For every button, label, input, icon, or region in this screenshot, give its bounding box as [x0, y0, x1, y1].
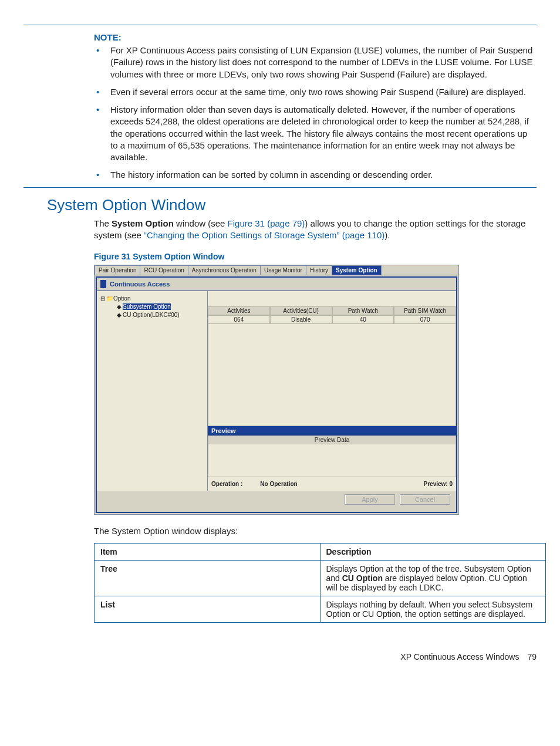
tab-system-option[interactable]: System Option	[332, 265, 382, 275]
button-bar: Apply Cancel	[97, 491, 456, 512]
panel-title: Continuous Access	[110, 281, 170, 288]
text: window (see	[174, 218, 228, 228]
col-path-sim-watch[interactable]: Path SIM Watch	[394, 306, 456, 315]
system-option-window: Pair Operation RCU Operation Asynchronou…	[94, 265, 459, 515]
th-item: Item	[95, 544, 321, 561]
table-row: Tree Displays Option at the top of the t…	[95, 561, 546, 596]
text: The	[94, 218, 112, 228]
tab-pair-operation[interactable]: Pair Operation	[95, 265, 140, 275]
operation-label: Operation :	[211, 481, 242, 487]
section-paragraph: The System Option window (see Figure 31 …	[94, 218, 537, 242]
table-row: List Displays nothing by default. When y…	[95, 596, 546, 623]
tree-child-cuoption[interactable]: ◆CU Option(LDKC#00)	[99, 311, 205, 319]
col-activities-cu[interactable]: Activities(CU)	[270, 306, 332, 315]
cell-path-sim-watch: 070	[394, 315, 456, 324]
apply-button[interactable]: Apply	[345, 494, 395, 505]
tab-async-operation[interactable]: Asynchronous Operation	[188, 265, 261, 275]
td-desc: Displays Option at the top of the tree. …	[320, 561, 546, 596]
note-bullet: Even if several errors occur at the same…	[94, 86, 537, 98]
page: NOTE: For XP Continuous Access pairs con…	[0, 0, 560, 634]
list-filler	[208, 324, 456, 426]
preview-count: Preview: 0	[424, 481, 453, 487]
tab-bar: Pair Operation RCU Operation Asynchronou…	[95, 265, 458, 275]
list-table: Activities Activities(CU) Path Watch Pat…	[208, 306, 456, 324]
note-bullet: History information older than seven day…	[94, 104, 537, 163]
section-heading: System Option Window	[47, 196, 537, 214]
workarea: ⊟📁Option ◆Subsystem Option ◆CU Option(LD…	[97, 291, 456, 491]
text: ).	[384, 230, 390, 240]
cell-activities: 064	[208, 315, 270, 324]
app-inner: Continuous Access ⊟📁Option ◆Subsystem Op…	[96, 276, 457, 513]
folder-icon: 📁	[106, 295, 113, 303]
tree-root[interactable]: ⊟📁Option	[99, 295, 205, 303]
preview-data-header: Preview Data	[208, 436, 456, 444]
description-table: Item Description Tree Displays Option at…	[94, 543, 546, 623]
page-footer: XP Continuous Access Windows 79	[0, 634, 560, 667]
tree-root-label: Option	[113, 295, 130, 302]
text-bold: CU Option	[342, 573, 383, 583]
note-block: NOTE: For XP Continuous Access pairs con…	[94, 32, 537, 181]
header-marker-icon	[100, 280, 106, 288]
option-icon: ◆	[116, 311, 123, 319]
tab-rcu-operation[interactable]: RCU Operation	[140, 265, 188, 275]
tree-pane: ⊟📁Option ◆Subsystem Option ◆CU Option(LD…	[97, 291, 208, 491]
figure-caption: Figure 31 System Option Window	[94, 252, 537, 261]
link-xref[interactable]: “Changing the Option Settings of Storage…	[144, 230, 384, 240]
th-description: Description	[320, 544, 546, 561]
tree-child-label: CU Option(LDKC#00)	[123, 312, 180, 318]
cancel-button[interactable]: Cancel	[400, 494, 450, 505]
note-label: NOTE:	[94, 32, 537, 42]
col-path-watch[interactable]: Path Watch	[332, 306, 394, 315]
note-bullets: For XP Continuous Access pairs consistin…	[94, 45, 537, 181]
cell-path-watch: 40	[332, 315, 394, 324]
list-pane: Activities Activities(CU) Path Watch Pat…	[208, 291, 456, 491]
operation-value: No Operation	[260, 481, 297, 487]
cell-activities-cu: Disable	[270, 315, 332, 324]
option-icon: ◆	[116, 303, 123, 311]
td-desc: Displays nothing by default. When you se…	[320, 596, 546, 623]
list-header-row: Activities Activities(CU) Path Watch Pat…	[208, 306, 456, 315]
note-bullet: For XP Continuous Access pairs consistin…	[94, 45, 537, 80]
tab-history[interactable]: History	[306, 265, 332, 275]
list-data-row[interactable]: 064 Disable 40 070	[208, 315, 456, 324]
tree-child-subsystem[interactable]: ◆Subsystem Option	[99, 303, 205, 311]
link-figure[interactable]: Figure 31 (page 79)	[228, 218, 305, 228]
footer-page: 79	[527, 652, 537, 661]
after-figure-text: The System Option window displays:	[94, 525, 537, 537]
td-item: List	[95, 596, 321, 623]
status-row: Operation : No Operation Preview: 0	[208, 477, 456, 491]
table-header-row: Item Description	[95, 544, 546, 561]
preview-body	[208, 444, 456, 477]
tab-usage-monitor[interactable]: Usage Monitor	[260, 265, 306, 275]
panel-header: Continuous Access	[97, 278, 456, 291]
note-end-rule	[23, 187, 537, 188]
col-activities[interactable]: Activities	[208, 306, 270, 315]
footer-title: XP Continuous Access Windows	[400, 652, 519, 661]
top-rule	[23, 25, 537, 25]
collapse-icon[interactable]: ⊟	[99, 295, 106, 303]
text-bold: System Option	[112, 218, 174, 228]
note-bullet: The history information can be sorted by…	[94, 169, 537, 181]
preview-header: Preview	[208, 426, 456, 436]
td-item: Tree	[95, 561, 321, 596]
tree-selected-label: Subsystem Option	[123, 303, 171, 310]
text: Displays nothing by default. When you se…	[326, 600, 533, 619]
